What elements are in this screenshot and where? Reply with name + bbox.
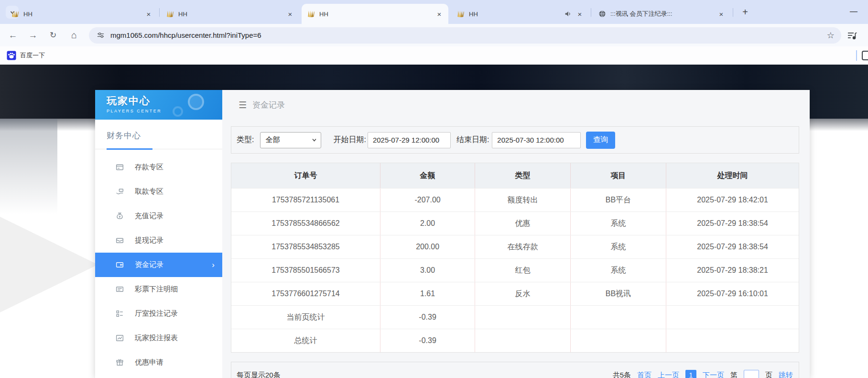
sidebar-item-deposit-zone[interactable]: 存款专区 bbox=[95, 155, 222, 179]
tab-video-records[interactable]: :::视讯 会员下注纪录::: × bbox=[593, 4, 730, 24]
sidebar-item-lottery-bet-detail[interactable]: 彩票下注明细 bbox=[95, 277, 222, 301]
background-gradient bbox=[0, 119, 57, 214]
next-page-link[interactable]: 下一页 bbox=[703, 371, 724, 378]
browser-window: HH × HH × HH × HH × :::视讯 会员下注纪 bbox=[0, 0, 868, 378]
grid-list-icon bbox=[115, 309, 124, 318]
sidebar-item-hall-bet-records[interactable]: 厅室投注记录 bbox=[95, 301, 222, 326]
cell-label: 总统计 bbox=[231, 329, 380, 352]
cell-amount: 200.00 bbox=[380, 235, 475, 258]
decorative-circle bbox=[173, 106, 183, 117]
start-date-input[interactable]: 2025-07-29 12:00:00 bbox=[368, 132, 451, 148]
bookmark-baidu[interactable]: 百度一下 bbox=[7, 51, 45, 60]
tab-strip: HH × HH × HH × HH × :::视讯 会员下注纪 bbox=[0, 0, 868, 24]
url-text[interactable]: mgm1065.com/hhcp/usercenter.html?iniType… bbox=[110, 31, 827, 39]
close-icon[interactable]: × bbox=[144, 10, 153, 18]
cash-envelope-icon bbox=[115, 236, 124, 245]
hand-money-icon bbox=[115, 187, 124, 196]
cell-type: 优惠 bbox=[475, 212, 570, 235]
side-panel-icon[interactable] bbox=[862, 51, 868, 60]
cell-amount: -207.00 bbox=[380, 189, 475, 211]
back-button[interactable]: ← bbox=[5, 27, 21, 44]
home-button[interactable]: ⌂ bbox=[66, 27, 82, 44]
sidebar-item-player-bet-report[interactable]: 玩家投注报表 bbox=[95, 326, 222, 350]
type-filter-label: 类型: bbox=[237, 135, 254, 145]
current-page-badge[interactable]: 1 bbox=[685, 370, 696, 378]
close-icon[interactable]: × bbox=[575, 10, 584, 18]
col-header-amount: 金额 bbox=[380, 163, 475, 188]
jump-link[interactable]: 跳转 bbox=[779, 371, 793, 378]
media-controls-icon[interactable] bbox=[847, 31, 857, 40]
close-icon[interactable]: × bbox=[286, 10, 294, 18]
reload-button[interactable]: ↻ bbox=[45, 27, 61, 44]
sidebar-item-funds-records[interactable]: 资金记录 › bbox=[95, 253, 222, 277]
cell-type: 额度转出 bbox=[475, 189, 570, 211]
cell-amount: -0.39 bbox=[380, 306, 475, 329]
tab-title: HH bbox=[319, 11, 431, 18]
sidebar-item-label: 取款专区 bbox=[135, 187, 163, 196]
address-bar[interactable]: mgm1065.com/hhcp/usercenter.html?iniType… bbox=[89, 27, 841, 44]
end-date-input[interactable]: 2025-07-30 12:00:00 bbox=[492, 132, 581, 148]
cell-type: 反水 bbox=[475, 282, 570, 305]
forward-button[interactable]: → bbox=[25, 27, 41, 44]
chart-icon bbox=[115, 334, 124, 343]
first-page-link[interactable]: 首页 bbox=[637, 371, 651, 378]
sidebar-item-promo-apply[interactable]: 优惠申请 bbox=[95, 350, 222, 375]
cell-time: 2025-07-29 18:38:21 bbox=[666, 259, 799, 282]
col-header-order-no: 订单号 bbox=[231, 163, 380, 188]
type-select[interactable]: 全部 bbox=[260, 132, 321, 148]
tab-hh-2[interactable]: HH × bbox=[161, 4, 299, 24]
site-favicon bbox=[166, 10, 174, 18]
cell-amount: 1.61 bbox=[380, 282, 475, 305]
sidebar-item-label: 优惠申请 bbox=[135, 358, 163, 367]
new-tab-button[interactable]: + bbox=[738, 5, 752, 19]
sidebar-item-label: 存款专区 bbox=[135, 163, 163, 172]
cell-amount: -0.39 bbox=[380, 329, 475, 352]
sidebar-item-recharge-records[interactable]: 充值记录 bbox=[95, 204, 222, 228]
sidebar-item-withdraw-zone[interactable]: 取款专区 bbox=[95, 179, 222, 204]
gift-icon bbox=[115, 358, 124, 367]
tab-hh-4[interactable]: HH × bbox=[451, 4, 589, 24]
cell-project: 系统 bbox=[570, 235, 666, 258]
prev-page-link[interactable]: 上一页 bbox=[658, 371, 679, 378]
cell-project: BB平台 bbox=[570, 189, 666, 211]
decorative-circle bbox=[188, 94, 204, 110]
tab-separator bbox=[733, 8, 733, 17]
minimize-button[interactable]: — bbox=[845, 3, 862, 20]
end-date-label: 结束日期: bbox=[456, 135, 489, 145]
sidebar-section-finance: 财务中心 bbox=[95, 120, 222, 149]
tab-hh-3-active[interactable]: HH × bbox=[302, 4, 448, 24]
baidu-paw-icon bbox=[7, 51, 16, 60]
sidebar-item-label: 玩家投注报表 bbox=[135, 334, 178, 343]
cell-empty bbox=[570, 329, 666, 352]
hamburger-icon[interactable]: ☰ bbox=[239, 100, 247, 111]
decorative-triangle bbox=[0, 217, 98, 312]
sidebar-item-label: 充值记录 bbox=[135, 211, 163, 221]
tab-separator bbox=[591, 8, 591, 17]
page-number-input[interactable] bbox=[744, 370, 759, 378]
sidebar-item-withdrawal-records[interactable]: 提现记录 bbox=[95, 228, 222, 253]
bookmark-label: 百度一下 bbox=[20, 51, 45, 60]
filter-panel: 类型: 全部 开始日期: 2025-07-29 12:00:00 结束日期: 2… bbox=[231, 126, 799, 154]
site-settings-icon[interactable] bbox=[97, 31, 105, 39]
sidebar-item-promo-apply-records[interactable]: 优惠申请记录 bbox=[95, 375, 222, 378]
bookmark-star-icon[interactable]: ☆ bbox=[827, 30, 835, 41]
table-row: 1753785534853285 200.00 在线存款 系统 2025-07-… bbox=[231, 235, 799, 258]
search-button[interactable]: 查询 bbox=[586, 132, 615, 149]
start-date-label: 开始日期: bbox=[333, 135, 366, 145]
cell-time: 2025-07-29 18:38:54 bbox=[666, 235, 799, 258]
close-icon[interactable]: × bbox=[435, 10, 444, 18]
cell-project: 系统 bbox=[570, 259, 666, 282]
sidebar-item-label: 厅室投注记录 bbox=[135, 309, 178, 318]
table-row: 1753785501566573 3.00 红包 系统 2025-07-29 1… bbox=[231, 258, 799, 282]
close-icon[interactable]: × bbox=[717, 10, 726, 18]
type-select-value: 全部 bbox=[265, 135, 280, 145]
cell-order-no: 1753785534853285 bbox=[231, 235, 380, 258]
speaker-icon[interactable] bbox=[564, 10, 572, 18]
tab-hh-1[interactable]: HH × bbox=[6, 4, 158, 24]
bookmarks-separator bbox=[856, 50, 857, 61]
cell-project: BB视讯 bbox=[570, 282, 666, 305]
cell-project: 系统 bbox=[570, 212, 666, 235]
table-row: 1753776601275714 1.61 反水 BB视讯 2025-07-29… bbox=[231, 282, 799, 305]
table-row: 1753785534866562 2.00 优惠 系统 2025-07-29 1… bbox=[231, 211, 799, 235]
wallet-icon bbox=[115, 260, 124, 269]
